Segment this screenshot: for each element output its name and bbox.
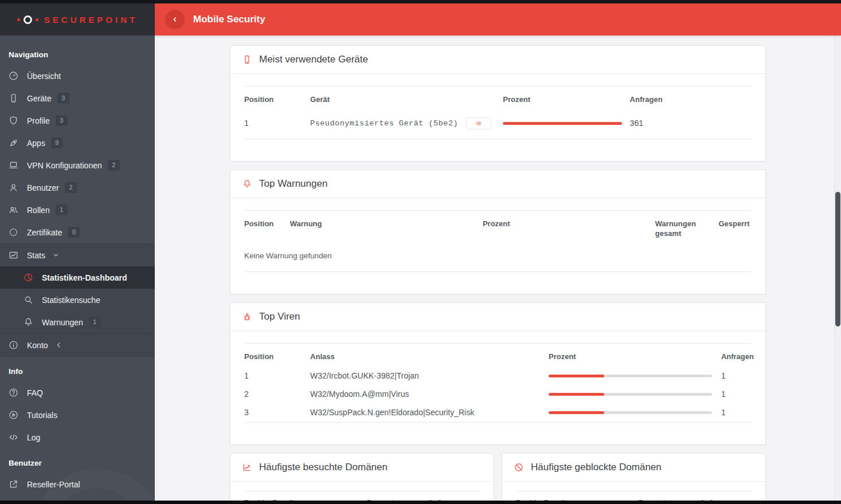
column-header: Prozent bbox=[483, 210, 655, 245]
sidebar-item-label: FAQ bbox=[27, 389, 43, 397]
column-header: Position bbox=[244, 210, 290, 245]
column-header: Gerät bbox=[310, 86, 503, 111]
sidebar-item-zertifikate[interactable]: Zertifikate0 bbox=[0, 221, 155, 243]
table-cell: 3 bbox=[244, 404, 310, 423]
column-header: Anfragen bbox=[428, 491, 480, 501]
card-body: PositionDomäneProzentAnfragen1meetrics.n… bbox=[502, 482, 765, 501]
sidebar-item-statistikensuche[interactable]: Statistikensuche bbox=[0, 289, 155, 311]
card-body: PositionDomäneProzentAnfragen1spiegel.de… bbox=[230, 482, 494, 501]
column-header: Prozent bbox=[549, 343, 721, 367]
sidebar-item-statistiken-dashboard[interactable]: Statistiken-Dashboard bbox=[0, 266, 155, 289]
page-title: Mobile Security bbox=[193, 14, 265, 25]
card-title: Top Warnungen bbox=[259, 178, 327, 190]
sidebar-item-log[interactable]: Log bbox=[0, 426, 155, 448]
column-header: Anfragen bbox=[630, 86, 752, 111]
card-body: PositionAnlassProzentAnfragen1W32/Ircbot… bbox=[230, 331, 765, 445]
back-button[interactable] bbox=[165, 10, 185, 29]
sidebar-item-label: Profile bbox=[27, 117, 50, 125]
sidebar-item-label: VPN Konfigurationen bbox=[27, 162, 102, 170]
shield-icon bbox=[8, 115, 19, 126]
phone-icon bbox=[242, 54, 252, 65]
percent-bar bbox=[503, 122, 622, 125]
count-badge: 3 bbox=[56, 115, 68, 126]
sidebar-item-übersicht[interactable]: Übersicht bbox=[0, 65, 155, 87]
count-badge: 1 bbox=[56, 204, 68, 215]
card-blocked-domains: Häufigste geblockte DomänenPositionDomän… bbox=[502, 453, 766, 501]
column-header: Anfragen bbox=[700, 491, 752, 501]
nav-section-label: Benutzer bbox=[0, 448, 155, 473]
sidebar-item-rollen[interactable]: Rollen1 bbox=[0, 199, 155, 221]
bell-icon bbox=[242, 179, 252, 189]
card-title: Meist verwendete Geräte bbox=[259, 54, 368, 65]
scrollbar[interactable] bbox=[834, 36, 841, 501]
sidebar-item-geräte[interactable]: Geräte3 bbox=[0, 87, 155, 109]
column-header: Gesperrt bbox=[718, 210, 752, 245]
data-table: PositionAnlassProzentAnfragen1W32/Ircbot… bbox=[244, 343, 752, 423]
count-badge: 1 bbox=[89, 317, 101, 328]
percent-bar-fill bbox=[503, 122, 622, 125]
column-header: Position bbox=[516, 491, 544, 501]
sidebar-item-label: Statistiken-Dashboard bbox=[42, 274, 127, 282]
sidebar-item-label: Apps bbox=[27, 139, 45, 147]
table-row: 1W32/Ircbot.GUKK-3982|Trojan1 bbox=[244, 367, 752, 385]
bottom-cards-row: Häufigste besuchte DomänenPositionDomäne… bbox=[230, 453, 766, 501]
card-header: Meist verwendete Geräte bbox=[230, 46, 765, 74]
table-cell: 1 bbox=[244, 111, 310, 139]
column-header: Prozent bbox=[367, 491, 428, 501]
sidebar-item-konto[interactable]: Konto bbox=[0, 334, 155, 356]
card-header: Häufigste geblockte Domänen bbox=[502, 454, 765, 482]
stats-icon bbox=[8, 250, 19, 261]
code-icon bbox=[8, 432, 19, 443]
securepoint-logo[interactable]: SECUREPOINT bbox=[17, 15, 138, 25]
sidebar-item-label: Übersicht bbox=[27, 72, 61, 80]
sidebar-item-vpn-konfigurationen[interactable]: VPN Konfigurationen2 bbox=[0, 154, 155, 176]
data-table: PositionWarnungProzentWarnungen gesamtGe… bbox=[244, 210, 752, 272]
column-header: Position bbox=[244, 491, 272, 501]
table-row: Keine Warnung gefunden bbox=[244, 245, 752, 272]
data-table: PositionDomäneProzentAnfragen1meetrics.n… bbox=[516, 491, 752, 501]
table-cell: 1 bbox=[721, 385, 752, 404]
column-header: Warnungen gesamt bbox=[655, 210, 719, 245]
bell-icon bbox=[23, 317, 34, 328]
sidebar-nav: NavigationÜbersichtGeräte3Profile3Apps9V… bbox=[0, 36, 155, 501]
logo-dot-right-icon bbox=[36, 18, 38, 21]
sidebar-item-label: Tutorials bbox=[27, 411, 57, 419]
play-circle-icon bbox=[8, 410, 19, 420]
column-header: Prozent bbox=[639, 491, 700, 501]
card-header: Top Warnungen bbox=[230, 170, 765, 198]
data-table: PositionDomäneProzentAnfragen1spiegel.de… bbox=[244, 491, 480, 501]
count-badge: 2 bbox=[65, 182, 77, 193]
table-header-row: PositionGerätProzentAnfragen bbox=[244, 86, 752, 111]
empty-message: Keine Warnung gefunden bbox=[244, 245, 752, 272]
table-row: 3W32/SuspPack.N.gen!Eldorado|Security_Ri… bbox=[244, 404, 752, 423]
sidebar-item-warnungen[interactable]: Warnungen1 bbox=[0, 311, 155, 333]
count-badge: 9 bbox=[51, 137, 63, 148]
chevron-down-icon bbox=[50, 250, 61, 261]
sidebar-item-tutorials[interactable]: Tutorials bbox=[0, 404, 155, 426]
sidebar-item-faq[interactable]: FAQ bbox=[0, 381, 155, 404]
column-header: Domäne bbox=[272, 491, 366, 501]
table-header-row: PositionAnlassProzentAnfragen bbox=[244, 343, 752, 367]
stats-group: StatsStatistiken-DashboardStatistikensuc… bbox=[0, 243, 155, 357]
pie-chart-icon bbox=[23, 272, 34, 283]
percent-bar-fill bbox=[549, 393, 604, 396]
table-cell: 1 bbox=[244, 367, 310, 385]
table-row: 2W32/Mydoom.A@mm|Virus1 bbox=[244, 385, 752, 404]
scrollbar-thumb[interactable] bbox=[835, 192, 840, 326]
certificate-icon bbox=[8, 227, 19, 238]
table-header-row: PositionDomäneProzentAnfragen bbox=[516, 491, 752, 501]
chevron-left-icon bbox=[53, 340, 64, 351]
card-title: Häufigste besuchte Domänen bbox=[259, 462, 388, 473]
view-device-button[interactable] bbox=[466, 117, 491, 129]
nav-section-label: Navigation bbox=[0, 40, 155, 65]
sidebar-item-apps[interactable]: Apps9 bbox=[0, 132, 155, 154]
card-viruses: Top VirenPositionAnlassProzentAnfragen1W… bbox=[230, 302, 766, 446]
sidebar-item-profile[interactable]: Profile3 bbox=[0, 109, 155, 132]
sidebar-item-stats[interactable]: Stats bbox=[0, 244, 155, 266]
sidebar-item-benutzer[interactable]: Benutzer2 bbox=[0, 176, 155, 199]
search-icon bbox=[23, 294, 34, 305]
card-warnings: Top WarnungenPositionWarnungProzentWarnu… bbox=[230, 170, 766, 294]
info-icon bbox=[8, 340, 19, 351]
data-table: PositionGerätProzentAnfragen1Pseudonymis… bbox=[244, 86, 752, 139]
card-devices: Meist verwendete GerätePositionGerätProz… bbox=[230, 45, 766, 162]
